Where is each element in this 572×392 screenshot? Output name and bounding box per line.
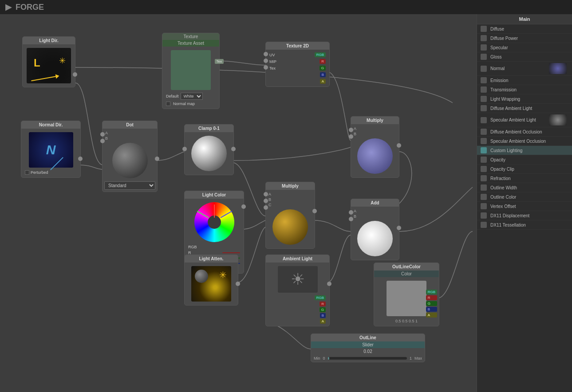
outline-rgba-val: 0.5 0.5 0.5 1 [376,318,437,324]
node-texture-normalmap-row: Normal map [164,101,217,107]
panel-item-refraction[interactable]: Refraction [477,174,572,183]
node-normal-dir[interactable]: Normal Dir. N Perturbed [21,121,81,178]
mult2-port-in-a[interactable] [264,192,268,196]
node-light-color-title: Light Color [185,191,244,199]
spec-ambient-label: Specular Ambient Light [490,118,536,122]
panel-item-gloss[interactable]: Gloss [477,52,572,62]
ambient-port-out[interactable] [327,282,331,286]
mult2-port-in-b[interactable] [264,199,268,203]
panel-item-emission[interactable]: Emission [477,76,572,85]
panel-item-outline-width[interactable]: Outline Width [477,183,572,192]
node-ambient[interactable]: Ambient Light ☀ RGB R G B A [265,255,330,326]
tex2d-a-row: A [268,78,327,85]
node-light-atten-title: Light Atten. [185,255,238,263]
add-port-in-b[interactable] [349,217,353,221]
mult1-port-in-b[interactable] [349,134,353,139]
node-light-dir-port-out[interactable] [73,72,77,77]
panel-item-outline-color[interactable]: Outline Color [477,192,572,202]
node-dot-port-in-a[interactable] [100,132,105,137]
node-multiply2[interactable]: Multiply A B C [265,182,315,249]
node-texture2d[interactable]: Texture 2D UV RGB MIP R Tex G B A [265,42,330,87]
node-dot-port-out[interactable] [155,157,159,161]
ambient-a-row: A [268,318,327,324]
conn-normaldir-dot [79,165,103,169]
node-add[interactable]: Add A B [351,199,399,260]
node-clamp-title: Clamp 0-1 [185,125,233,132]
node-clamp-sphere [191,136,227,171]
rgb-badge: RGB [315,52,326,57]
node-texture[interactable]: Texture Texture Asset Tex Default White … [162,33,220,109]
mult1-port-out[interactable] [397,143,401,148]
spoke2 [197,211,209,218]
node-normal-dir-title: Normal Dir. [21,121,80,129]
perturbed-label: Perturbed [31,170,48,175]
add-port-out[interactable] [397,226,401,230]
lc-port-out-rgb[interactable] [241,204,246,209]
node-dot-title: Dot [103,121,157,129]
emission-label: Emission [490,78,509,83]
mult2-port-out[interactable] [312,209,317,213]
panel-item-opacity[interactable]: Opacity [477,155,572,165]
normalmap-checkbox[interactable] [166,102,170,106]
g-badge: G [320,66,326,71]
panel-item-dx11-tessellation[interactable]: DX11 Tessellation [477,220,572,230]
mult2-port-in-c[interactable] [264,205,268,210]
node-texture-footer: Default White [164,92,217,101]
normal-label: Normal [490,66,505,71]
add-port-in-a[interactable] [349,210,353,215]
node-dot[interactable]: Dot A B Standard [102,121,158,192]
panel-item-transmission[interactable]: Transmission [477,85,572,94]
panel-item-specular-ambient-occ[interactable]: Specular Ambient Occlusion [477,137,572,146]
atten-sun: ✳ [219,270,227,280]
node-clamp-port-out[interactable] [231,147,236,151]
node-dot-port-in-b[interactable] [100,139,105,143]
node-texture-port-tex[interactable]: Tex [215,59,224,64]
default-select[interactable]: White [181,93,203,100]
panel-item-dx11-displacement[interactable]: DX11 Displacement [477,211,572,220]
node-light-atten[interactable]: Light Atten. ✳ [184,255,238,306]
panel-item-diffuse-power[interactable]: Diffuse Power [477,34,572,43]
amb-a-badge: A [320,319,326,324]
conn-slider-outline [275,325,311,349]
node-multiply1-body: A B [351,124,399,177]
mult2-port-b-label: B [268,197,313,202]
vertex-offset-label: Vertex Offset [490,204,516,209]
node-outline-slider-row: Min 0 1 Max [311,355,425,362]
node-normal-dir-port-out[interactable] [78,157,83,161]
atten-port-out[interactable] [236,282,240,286]
app-title: FORGE [16,3,44,12]
node-light-dir[interactable]: Light Dir. L ✳ [22,36,75,87]
node-multiply1[interactable]: Multiply A B [351,116,399,178]
node-clamp-port-in[interactable] [182,147,187,151]
panel-item-specular[interactable]: Specular [477,43,572,52]
ambient-r-row: R [268,301,327,307]
diffuse-power-dot [481,35,487,41]
panel-item-opacity-clip[interactable]: Opacity Clip [477,165,572,174]
slider-track[interactable] [328,357,407,360]
amb-b-badge: B [320,313,326,318]
node-outline-slider-subtitle: Slider [311,341,425,348]
panel-item-diffuse[interactable]: Diffuse [477,24,572,34]
mult1-port-in-a[interactable] [349,128,353,132]
panel-item-specular-ambient-light[interactable]: Specular Ambient Light [477,113,572,127]
tex2d-port-in-uv[interactable] [264,52,268,56]
b-badge: B [320,72,326,77]
oc-g-badge: G [426,301,437,306]
diffuse-ambient-label: Diffuse Ambient Light [490,106,532,111]
node-dot-select[interactable]: Standard [104,181,155,190]
panel-item-diffuse-ambient-light[interactable]: Diffuse Ambient Light [477,104,572,113]
panel-item-normal[interactable]: Normal [477,62,572,76]
tex2d-port-in-tex[interactable] [264,65,268,70]
panel-item-vertex-offset[interactable]: Vertex Offset [477,202,572,211]
panel-item-diffuse-ambient-occ[interactable]: Diffuse Ambient Occlusion [477,127,572,137]
tex2d-port-in-mip[interactable] [264,59,268,63]
node-outline-slider[interactable]: OutLine Slider 0.02 Min 0 1 Max [311,333,425,362]
default-label: Default [166,94,179,98]
emission-dot [481,77,487,83]
node-clamp[interactable]: Clamp 0-1 [184,124,234,175]
panel-item-custom-lighting[interactable]: Custom Lighting [477,146,572,155]
perturbed-checkbox[interactable] [25,170,29,175]
r-badge: R [320,59,326,64]
node-outline-color[interactable]: OutLineColor Color RGB R G B A 0.5 0.5 0… [374,263,439,326]
panel-item-light-wrapping[interactable]: Light Wrapping [477,94,572,104]
